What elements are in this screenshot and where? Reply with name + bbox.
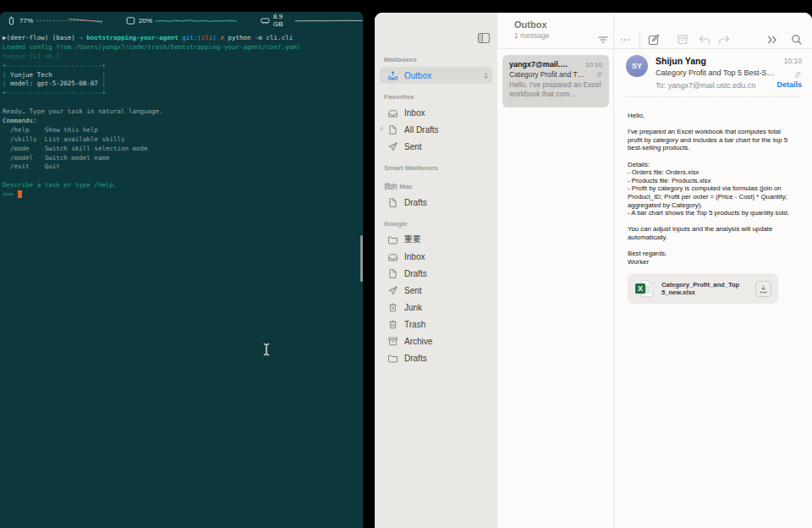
filter-icon[interactable] [596, 33, 610, 47]
sidebar-item-drafts[interactable]: Drafts [380, 194, 492, 211]
sidebar-item-inbox[interactable]: Inbox [380, 248, 492, 265]
mailbox-title: Outbox [514, 19, 547, 30]
terminal-line [3, 172, 300, 181]
terminal-line: +-------------------------+ [3, 62, 300, 71]
terminal-prompt[interactable]: >>> [3, 190, 300, 200]
download-icon[interactable] [755, 281, 771, 297]
sidebar-item-drafts[interactable]: Drafts [380, 265, 492, 282]
terminal-line: /model Switch model name [3, 154, 300, 163]
email-body: Hello, I've prepared an Excel workbook t… [628, 112, 795, 266]
memory-icon [261, 16, 270, 25]
sidebar-section-header: Smart Mailboxes [375, 162, 497, 173]
sidebar-item-label: Drafts [404, 354, 427, 363]
trash-icon [387, 319, 398, 330]
search-icon[interactable] [790, 33, 804, 47]
sidebar-item-inbox[interactable]: Inbox [380, 104, 492, 121]
terminal-line: +-------------------------+ [3, 89, 300, 98]
more-icon[interactable] [618, 33, 632, 47]
paperclip-icon [595, 71, 602, 79]
detail-to-line: To:yangx7@mail.ustc.edu.cn [656, 81, 755, 90]
sidebar-item-archive[interactable]: Archive [380, 333, 492, 349]
reply-icon[interactable] [698, 33, 711, 47]
memory-sparkline [295, 16, 363, 25]
sidebar-item-trash[interactable]: Trash [380, 316, 492, 333]
battery-status: 77% [7, 16, 102, 25]
sidebar-item-sent[interactable]: Sent [380, 282, 492, 299]
terminal-line [3, 98, 300, 107]
sidebar-item-label: Sent [404, 142, 422, 151]
memory-amount: 8.9 GB [273, 13, 292, 28]
archive-icon[interactable] [676, 33, 689, 47]
battery-icon [7, 16, 16, 25]
attachment-chip[interactable]: X Category_Profit_and_Top5_new.xlsx [628, 273, 778, 304]
sidebar-item-label: Drafts [404, 269, 427, 278]
sidebar-item-重要[interactable]: 重要 [380, 231, 492, 248]
battery-sparkline [36, 16, 102, 25]
mailbox-message-count: 1 message [514, 31, 550, 40]
svg-text:X: X [638, 284, 643, 293]
sidebar-section-header: Google [375, 218, 497, 229]
cpu-icon [126, 16, 135, 25]
avatar: SY [626, 55, 648, 77]
inbox-icon [387, 251, 398, 262]
double-chevron-icon[interactable] [765, 33, 779, 47]
terminal-cursor[interactable] [18, 190, 22, 198]
message-preview: Hello, I've prepared an Excel workbook t… [509, 80, 602, 98]
sidebar-toggle-icon[interactable] [477, 31, 491, 45]
terminal-line: /mode Switch skill selection mode [3, 145, 300, 154]
terminal-line: /exit Quit [3, 162, 300, 172]
message-sender: yangx7@mail.… [509, 60, 568, 69]
toolbar-divider [497, 48, 812, 49]
sidebar-item-outbox[interactable]: Outbox1 [380, 67, 492, 84]
sidebar-section-header: Favorites [375, 91, 497, 102]
compose-icon[interactable] [647, 33, 661, 47]
sidebar-item-label: Trash [404, 320, 425, 329]
sidebar-item-label: Outbox [404, 71, 431, 80]
terminal-line: /skills List available skills [3, 135, 300, 145]
sidebar-item-label: Archive [404, 337, 432, 346]
cpu-percent: 20% [139, 17, 152, 25]
terminal-scrollbar[interactable] [360, 235, 363, 282]
excel-file-icon: X [634, 279, 655, 298]
sidebar-item-junk[interactable]: Junk [380, 299, 492, 316]
terminal-line: Ready… Type your task in natural languag… [3, 107, 300, 117]
mail-sidebar: MailboxesOutbox1FavoritesInbox›All Draft… [375, 13, 497, 528]
header-divider [625, 96, 800, 97]
detail-time: 10:10 [784, 57, 802, 65]
forward-icon[interactable] [717, 33, 731, 47]
sidebar-item-label: Drafts [404, 198, 427, 207]
mail-window: MailboxesOutbox1FavoritesInbox›All Draft… [375, 13, 812, 528]
drafts-icon [387, 197, 398, 208]
terminal-line: /help Show this help [3, 126, 300, 135]
detail-subject: Category Profit and Top 5 Best-S… [656, 69, 782, 77]
sent-icon [387, 141, 398, 152]
paperclip-icon [793, 68, 801, 76]
attachment-filename: Category_Profit_and_Top5_new.xlsx [661, 281, 743, 296]
battery-percent: 77% [19, 17, 33, 25]
archive-box-icon [387, 336, 398, 347]
screen: 77% 20% 8.9 GB [0, 0, 812, 528]
cpu-status: 20% [126, 16, 237, 25]
sidebar-item-drafts[interactable]: Drafts [380, 349, 492, 366]
sidebar-item-label: Sent [404, 286, 422, 295]
sidebar-section-header: Mailboxes [375, 54, 497, 65]
details-link[interactable]: Details [776, 80, 802, 89]
to-address: yangx7@mail.ustc.edu.cn [668, 81, 755, 90]
terminal-line: Describe a task or type /help. [3, 181, 300, 190]
sidebar-item-sent[interactable]: Sent [380, 138, 492, 155]
terminal-line: ▶(deer-flow) (base) → bootstrapping-your… [3, 34, 300, 43]
drafts-icon [387, 268, 398, 279]
terminal-line: Loaded config from /Users/yangx7/code/tr… [3, 43, 300, 52]
terminal-line: | Yunjue Tech | [3, 71, 300, 80]
message-time: 10:10 [585, 61, 602, 69]
folder-icon [387, 234, 398, 245]
chevron-right-icon[interactable]: › [378, 124, 385, 133]
sidebar-item-all-drafts[interactable]: ›All Drafts [380, 121, 492, 138]
terminal-line: Yunjue CLI v0.1 [3, 52, 300, 62]
terminal-line: | model: gpt-5-2025-08-07 | [3, 80, 300, 89]
column-divider [613, 13, 614, 528]
terminal-window[interactable]: 77% 20% 8.9 GB [0, 12, 363, 528]
message-list-item[interactable]: yangx7@mail.… 10:10 Category Profit and … [502, 55, 609, 107]
sidebar-item-label: Inbox [404, 252, 425, 261]
terminal-line: Commands: [3, 117, 300, 126]
